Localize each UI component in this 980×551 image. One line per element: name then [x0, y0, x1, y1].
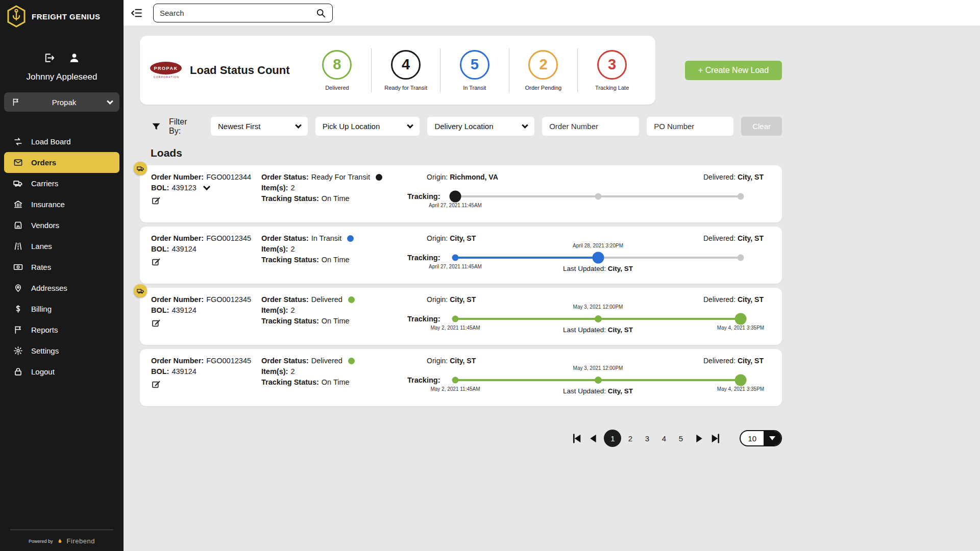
- first-page-icon[interactable]: [570, 432, 583, 445]
- chevron-down-icon: [407, 122, 414, 129]
- page-button-3[interactable]: 3: [639, 431, 655, 446]
- page-button-2[interactable]: 2: [622, 431, 638, 446]
- last-updated: Last Updated: City, ST: [563, 326, 633, 334]
- status-dot-icon: [347, 235, 354, 242]
- search-input[interactable]: [160, 9, 315, 17]
- clear-filters-button[interactable]: Clear: [741, 117, 782, 136]
- sidebar-item-logout[interactable]: Logout: [0, 361, 124, 382]
- sort-select[interactable]: Newest First: [211, 117, 308, 136]
- checkpoint-dot-icon: [592, 252, 604, 264]
- next-page-icon[interactable]: [693, 432, 705, 445]
- user-profile-icon[interactable]: [68, 52, 80, 64]
- page-button-4[interactable]: 4: [656, 431, 672, 446]
- previous-page-icon[interactable]: [587, 432, 600, 445]
- order-number-input[interactable]: [542, 117, 639, 136]
- checkpoint-date: May 3, 2021 12:00PM: [573, 304, 623, 310]
- page-size-select[interactable]: 10: [740, 430, 782, 446]
- sidebar-item-label: Insurance: [31, 200, 65, 209]
- sidebar-item-settings[interactable]: Settings: [0, 340, 124, 361]
- search-icon[interactable]: [315, 8, 326, 18]
- sidebar-item-lanes[interactable]: Lanes: [0, 236, 124, 257]
- items-label: Item(s):: [261, 306, 288, 314]
- lanes-icon: [13, 241, 23, 251]
- end-date: May 4, 2021 3:35PM: [717, 386, 764, 392]
- vendors-icon: [13, 220, 23, 230]
- checkpoint-date: April 28, 2021 3:20PM: [573, 243, 623, 248]
- propak-logo-text: PROPAK: [154, 66, 178, 71]
- logout-icon: [13, 367, 23, 377]
- bol-label: BOL:: [151, 184, 169, 192]
- create-new-load-button[interactable]: + Create New Load: [685, 61, 782, 80]
- order-number-value: FGO0012345: [206, 357, 251, 365]
- search-box: [153, 4, 333, 22]
- edit-note-icon[interactable]: [151, 318, 161, 329]
- pickup-location-select[interactable]: Pick Up Location: [315, 117, 420, 136]
- start-date: May 2, 2021 11:45AM: [430, 325, 480, 331]
- status-count-circle: 2: [528, 50, 558, 80]
- sign-out-icon[interactable]: [43, 52, 55, 64]
- filter-bar: Filter By: Newest First Pick Up Location…: [140, 117, 782, 136]
- sidebar-item-reports[interactable]: Reports: [0, 319, 124, 340]
- tracking-status-label: Tracking Status:: [261, 256, 319, 264]
- edit-note-icon[interactable]: [151, 196, 161, 206]
- sidebar-nav: Load BoardOrdersCarriersInsuranceVendors…: [0, 131, 124, 382]
- status-count-label: Order Pending: [525, 85, 562, 91]
- checkpoint-dot-icon: [595, 377, 602, 384]
- items-value: 2: [290, 184, 295, 192]
- destination-dot-icon: [735, 313, 747, 325]
- sidebar-item-vendors[interactable]: Vendors: [0, 215, 124, 236]
- bol-value: 439124: [172, 306, 196, 314]
- order-status-value: In Transit: [311, 234, 342, 242]
- order-number-label: Order Number:: [151, 234, 204, 242]
- order-number-value: FGO0012345: [206, 295, 251, 304]
- origin-dot-icon: [452, 255, 459, 261]
- start-date: April 27, 2021 11:45AM: [429, 264, 482, 269]
- tracking-status-label: Tracking Status:: [261, 317, 319, 325]
- origin: Origin: City, ST: [427, 357, 476, 365]
- page-button-1[interactable]: 1: [604, 430, 621, 447]
- carriers-icon: [13, 179, 23, 188]
- page-button-5[interactable]: 5: [673, 431, 689, 446]
- sidebar-item-addresses[interactable]: Addresses: [0, 278, 124, 298]
- app: FREIGHT GENIUS Johnny Appleseed Propak L…: [0, 0, 980, 551]
- edit-note-icon[interactable]: [151, 257, 161, 267]
- checkpoint-date: May 3, 2021 12:00PM: [573, 365, 623, 371]
- order-status-label: Order Status:: [261, 357, 309, 365]
- chevron-down-icon: [769, 436, 775, 440]
- bol-label: BOL:: [151, 367, 169, 375]
- last-page-icon[interactable]: [709, 432, 722, 445]
- tracking-status-value: On Time: [322, 256, 350, 264]
- collapse-sidebar-icon[interactable]: [130, 7, 143, 19]
- checkpoint-dot-icon: [595, 193, 601, 200]
- origin: Origin: City, ST: [427, 295, 476, 304]
- sidebar-item-rates[interactable]: Rates: [0, 257, 124, 278]
- status-count-circle: 8: [322, 50, 352, 80]
- delivered: Delivered: City, ST: [703, 173, 764, 181]
- sidebar-item-carriers[interactable]: Carriers: [0, 173, 124, 194]
- tracking-status-label: Tracking Status:: [261, 194, 319, 203]
- sidebar-item-load-board[interactable]: Load Board: [0, 131, 124, 152]
- org-select[interactable]: Propak: [4, 92, 119, 112]
- chevron-down-icon: [522, 122, 528, 129]
- status-dot-icon: [376, 174, 382, 181]
- edit-note-icon[interactable]: [151, 380, 161, 390]
- po-number-input[interactable]: [647, 117, 733, 136]
- sidebar-item-orders[interactable]: Orders: [4, 152, 119, 173]
- order-status-value: Delivered: [311, 295, 342, 304]
- propak-logo: PROPAK CORPORATION: [150, 62, 183, 79]
- tracking-status-value: On Time: [322, 317, 350, 325]
- sidebar-item-billing[interactable]: Billing: [0, 298, 124, 319]
- delivery-location-select[interactable]: Delivery Location: [427, 117, 534, 136]
- delivered: Delivered: City, ST: [703, 295, 764, 304]
- order-number-value: FGO0012344: [206, 173, 251, 181]
- filter-icon: [151, 121, 161, 132]
- load-list: Order Number:FGO0012344BOL:439123Order S…: [140, 165, 782, 406]
- destination-dot-icon: [738, 193, 744, 200]
- sidebar-item-label: Settings: [31, 346, 59, 355]
- sidebar-item-insurance[interactable]: Insurance: [0, 194, 124, 215]
- expand-chevron-icon[interactable]: [203, 183, 210, 190]
- tracking-progress-bar: May 3, 2021 12:00PMMay 2, 2021 11:45AMLa…: [455, 379, 741, 381]
- firebend-flame-icon: [56, 537, 64, 545]
- page-size-dropdown: [764, 431, 781, 445]
- items-value: 2: [290, 245, 295, 253]
